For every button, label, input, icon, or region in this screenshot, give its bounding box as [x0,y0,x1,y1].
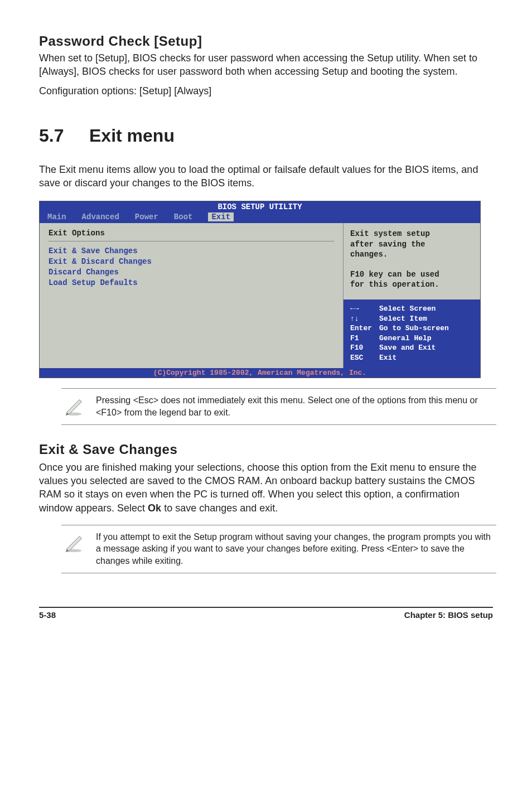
bios-key-desc: Save and Exit [379,343,436,353]
heading-exit-save: Exit & Save Changes [39,442,493,457]
bios-help-line: for this operation. [350,279,473,289]
bios-tab-boot[interactable]: Boot [174,212,193,221]
bios-help-line [350,259,473,269]
bios-help-line: F10 key can be used [350,269,473,279]
paragraph: Once you are finished making your select… [39,461,493,515]
bios-key-desc: Select Screen [379,304,436,314]
svg-marker-1 [67,400,82,415]
chapter-label: Chapter 5: BIOS setup [404,610,493,620]
bios-key: ESC [350,353,379,363]
bios-title: BIOS SETUP UTILITY [40,202,480,211]
bios-key: ←→ [350,304,379,314]
bios-option[interactable]: Exit & Save Changes [49,246,334,257]
bios-help-line: changes. [350,249,473,259]
bios-titlebar: BIOS SETUP UTILITY [40,201,480,212]
bios-tab-main[interactable]: Main [47,212,66,221]
bios-help-line: after saving the [350,239,473,249]
bios-help-text: Exit system setup after saving the chang… [350,229,473,289]
bios-option[interactable]: Exit & Discard Changes [49,257,334,267]
section-heading: 5.7Exit menu [39,125,493,146]
ok-label: Ok [148,503,161,514]
page-footer: 5-38 Chapter 5: BIOS setup [39,607,493,620]
note-text: Pressing <Esc> does not immediately exit… [96,394,494,418]
bios-key-legend: ←→Select Screen ↑↓Select Item EnterGo to… [344,299,480,368]
bios-tab-power[interactable]: Power [135,212,158,221]
bios-help-line: Exit system setup [350,229,473,239]
pencil-note-icon [64,532,85,553]
bios-tab-advanced[interactable]: Advanced [82,212,119,221]
bios-tab-row: Main Advanced Power Boot Exit [40,212,480,223]
paragraph-config-options: Configuration options: [Setup] [Always] [39,84,493,98]
note-box: Pressing <Esc> does not immediately exit… [61,388,496,424]
bios-key-desc: Go to Sub-screen [379,323,449,334]
bios-body: Exit Options Exit & Save Changes Exit & … [40,223,480,368]
bios-key: ↑↓ [350,314,379,324]
note-box: If you attempt to exit the Setup program… [61,525,496,573]
bios-key-row: ←→Select Screen [350,304,473,314]
document-page: Password Check [Setup] When set to [Setu… [0,0,532,642]
bios-divider [49,241,334,241]
bios-left-title: Exit Options [49,229,334,238]
bios-key: Enter [350,323,379,334]
bios-copyright: (C)Copyright 1985-2002, American Megatre… [40,368,480,378]
note-text: If you attempt to exit the Setup program… [96,531,494,567]
bios-tab-exit[interactable]: Exit [208,212,234,221]
page-number: 5-38 [39,610,56,620]
bios-key-row: F1General Help [350,334,473,344]
bios-key: F1 [350,334,379,344]
heading-password-check: Password Check [Setup] [39,33,493,49]
pencil-note-icon [64,395,85,417]
bios-key-desc: Select Item [379,314,427,324]
bios-left-pane: Exit Options Exit & Save Changes Exit & … [40,223,344,368]
section-title: Exit menu [89,125,175,146]
bios-right-pane: Exit system setup after saving the chang… [344,223,480,368]
bios-key-desc: Exit [379,353,396,363]
bios-screenshot: BIOS SETUP UTILITY Main Advanced Power B… [39,201,481,378]
paragraph: When set to [Setup], BIOS checks for use… [39,51,493,79]
bios-option[interactable]: Discard Changes [49,267,334,278]
section-intro: The Exit menu items allow you to load th… [39,163,493,190]
paragraph-text: to save changes and exit. [161,503,278,514]
bios-key-row: EnterGo to Sub-screen [350,323,473,334]
svg-marker-4 [67,536,82,551]
bios-key-row: ESCExit [350,353,473,363]
bios-key-desc: General Help [379,334,432,344]
section-number: 5.7 [39,125,89,146]
bios-key-row: F10Save and Exit [350,343,473,353]
bios-key: F10 [350,343,379,353]
bios-key-row: ↑↓Select Item [350,314,473,324]
bios-option[interactable]: Load Setup Defaults [49,278,334,288]
